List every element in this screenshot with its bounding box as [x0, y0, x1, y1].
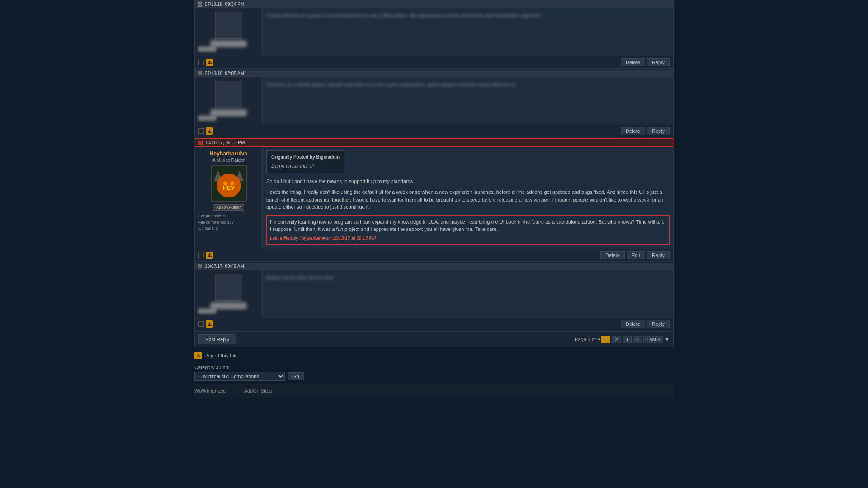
avatar-hey-svg: HEY — [212, 165, 246, 202]
post-footer-right-3: Delete Edit Reply — [600, 251, 670, 259]
page-3-button[interactable]: 3 — [623, 336, 632, 343]
post-text-4: Makes sense after all this time. — [266, 274, 670, 314]
post-footer-left-4: ⚠ — [198, 320, 213, 328]
footer-addonsites[interactable]: AddOn Sites — [244, 388, 272, 394]
post-stats-1: ██████ — [198, 46, 259, 52]
footer-nav: WoWInterface AddOn Sites — [194, 384, 674, 398]
post-date-1: 07/18/18, 09:34 PM — [205, 2, 244, 7]
svg-text:HEY: HEY — [222, 184, 235, 191]
post-stats-4: ██████ — [198, 308, 259, 314]
avatar-4 — [215, 274, 242, 301]
highlighted-message: I'm currently learning how to program so… — [266, 215, 670, 245]
quote-box: Originally Posted by Bigmaddin Damn i mi… — [266, 150, 344, 173]
highlighted-text: I'm currently learning how to program so… — [270, 219, 664, 232]
addon-author-badge: Addon Author — [213, 204, 244, 211]
post-footer-left-3: ⚠ — [198, 252, 213, 259]
warn-icon-3[interactable]: ⚠ — [206, 252, 213, 259]
post-reply-button[interactable]: Post Reply — [198, 334, 236, 344]
post-footer-right-4: Delete Reply — [621, 320, 670, 328]
forum-posts-value: 9 — [223, 214, 226, 218]
post-sidebar-4: ██████████ ██████ — [195, 270, 263, 318]
footer-wowinterface[interactable]: WoWInterface — [194, 388, 226, 394]
post-body-2: ██████████ ██████ Honestly as a WoW addi… — [195, 77, 673, 125]
post-footer-left-1: ⚠ — [198, 59, 213, 66]
post-footer-right-2: Delete Reply — [621, 127, 670, 135]
post-row-2: 07/18/18, 02:05 AM ██████████ ██████ Hon… — [195, 70, 673, 138]
post-row-3: 10/18/17, 09:12 PM Heybarbaruiva A Murlo… — [195, 138, 673, 262]
username-1: ██████████ — [211, 41, 246, 46]
reply-button-2[interactable]: Reply — [647, 127, 670, 135]
checkbox-1[interactable] — [198, 60, 204, 65]
report-section: ⚠ Report this File — [194, 347, 674, 362]
post-para2: Here's the thing, I really don't like us… — [266, 188, 670, 211]
category-select[interactable]: -- Minimalistic Compilations — [194, 372, 285, 381]
post-para1: So do I but I don't have the means to su… — [266, 178, 670, 185]
page-next-button[interactable]: > — [633, 336, 642, 343]
checkbox-3[interactable] — [198, 253, 204, 258]
post-sidebar-1: ██████████ ██████ — [195, 8, 263, 56]
post-footer-2: ⚠ Delete Reply — [195, 125, 673, 137]
post-content-2: Honestly as a WoW addict I would relay t… — [263, 77, 673, 125]
page-2-button[interactable]: 2 — [612, 336, 621, 343]
warn-icon-1[interactable]: ⚠ — [206, 59, 213, 66]
report-link[interactable]: Report this File — [204, 353, 238, 358]
report-warn-icon: ⚠ — [194, 352, 202, 359]
uploads-label: Uploads: — [198, 226, 215, 230]
post-footer-4: ⚠ Delete Reply — [195, 318, 673, 330]
post-message-1: It looks like this is a great UI and wou… — [266, 13, 542, 18]
page-last-button[interactable]: Last » — [643, 336, 663, 343]
post-sidebar-2: ██████████ ██████ — [195, 77, 263, 125]
post-row: 07/18/18, 09:34 PM ██████████ ██████ It … — [195, 0, 673, 69]
edit-button-3[interactable]: Edit — [627, 251, 645, 259]
username-4: ██████████ — [211, 303, 246, 308]
post-footer-right-1: Delete Reply — [621, 58, 670, 66]
post-header-4: 10/07/17, 08:49 AM — [195, 263, 673, 270]
post-body-1: ██████████ ██████ It looks like this is … — [195, 8, 673, 56]
category-jump-row: -- Minimalistic Compilations Go — [194, 372, 674, 381]
bottom-bar: Post Reply Page 1 of 9 1 2 3 > Last » ▼ — [195, 331, 673, 347]
warn-icon-4[interactable]: ⚠ — [206, 320, 213, 328]
post-body-4: ██████████ ██████ Makes sense after all … — [195, 270, 673, 318]
originally-posted-label: Originally Posted by — [271, 155, 315, 160]
file-comments-value: 117 — [227, 220, 234, 225]
post-stats-2: ██████ — [198, 115, 259, 122]
post-text-2: Honestly as a WoW addict I would relay t… — [266, 81, 670, 122]
checkbox-2[interactable] — [198, 128, 204, 134]
post-footer-1: ⚠ Delete Reply — [195, 56, 673, 68]
post-header-3: 10/18/17, 09:12 PM — [195, 138, 673, 147]
delete-button-1[interactable]: Delete — [621, 58, 645, 66]
post-icon-1 — [198, 2, 202, 7]
reply-button-1[interactable]: Reply — [647, 58, 670, 66]
post-icon-4 — [198, 264, 202, 268]
delete-button-2[interactable]: Delete — [621, 127, 645, 135]
pagination-dropdown-icon[interactable]: ▼ — [665, 337, 670, 342]
delete-button-4[interactable]: Delete — [621, 320, 645, 328]
post-content-4: Makes sense after all this time. — [263, 270, 673, 318]
delete-button-3[interactable]: Delete — [600, 251, 625, 259]
category-go-button[interactable]: Go — [288, 372, 304, 380]
post-header-1: 07/18/18, 09:34 PM — [195, 0, 673, 8]
post-content-1: It looks like this is a great UI and wou… — [263, 8, 673, 56]
username-2: ██████████ — [211, 110, 246, 115]
warn-icon-2[interactable]: ⚠ — [206, 127, 213, 135]
checkbox-4[interactable] — [198, 321, 204, 327]
avatar-2 — [215, 81, 242, 108]
reply-button-4[interactable]: Reply — [647, 320, 670, 328]
post-date-4: 10/07/17, 08:49 AM — [205, 264, 244, 269]
post-date-3: 10/18/17, 09:12 PM — [205, 140, 245, 145]
post-footer-3: ⚠ Delete Edit Reply — [195, 249, 673, 261]
category-jump-label: Category Jump: — [194, 365, 674, 370]
post-body-3: Heybarbaruiva A Murloc Raider — [195, 147, 673, 249]
post-content-3: Originally Posted by Bigmaddin Damn i mi… — [263, 147, 673, 249]
post-text-1: It looks like this is a great UI and wou… — [266, 12, 670, 52]
quote-text: Damn i miss this Ui — [271, 162, 340, 170]
post-text-3: Originally Posted by Bigmaddin Damn i mi… — [266, 150, 670, 245]
forum-posts-label: Forum posts: — [198, 214, 222, 218]
page-label: Page 1 of 9 — [575, 337, 600, 342]
avatar-1 — [215, 12, 242, 39]
user-title-3: A Murloc Raider — [212, 158, 245, 163]
username-3: Heybarbaruiva — [210, 150, 247, 157]
page-1-button[interactable]: 1 — [601, 336, 610, 343]
post-message-2: Honestly as a WoW addict I would relay t… — [266, 82, 517, 87]
reply-button-3[interactable]: Reply — [647, 251, 670, 259]
